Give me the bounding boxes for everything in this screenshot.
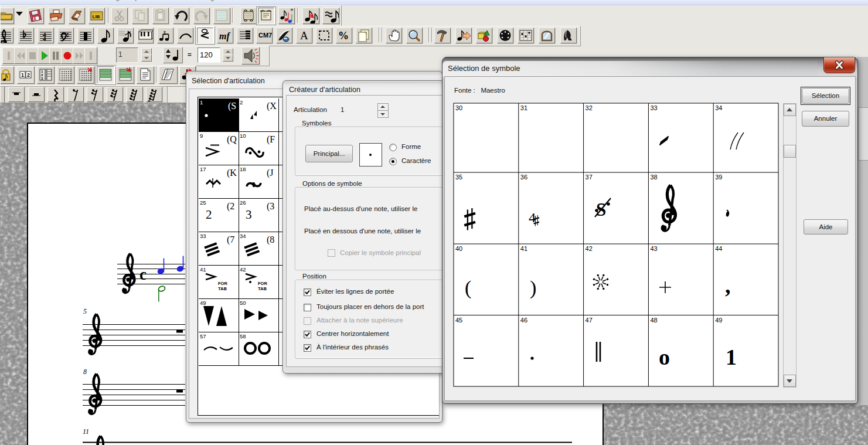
svg-text:TAB: TAB xyxy=(258,286,267,291)
svg-text:44: 44 xyxy=(715,245,722,252)
svg-text:TAB: TAB xyxy=(218,286,227,291)
svg-text:(Q: (Q xyxy=(227,134,237,145)
svg-text:40: 40 xyxy=(455,245,462,252)
svg-text:41: 41 xyxy=(520,245,527,252)
svg-text:18: 18 xyxy=(240,166,246,172)
svg-text:38: 38 xyxy=(650,174,657,181)
svg-text:39: 39 xyxy=(715,174,722,181)
svg-text:46: 46 xyxy=(520,317,527,324)
svg-text:(7: (7 xyxy=(227,235,234,245)
svg-text:(3: (3 xyxy=(267,201,274,212)
svg-text:31: 31 xyxy=(520,104,527,111)
svg-text:35: 35 xyxy=(455,174,462,181)
svg-text:11: 11 xyxy=(83,427,89,436)
svg-text:33: 33 xyxy=(650,104,657,111)
svg-text:57: 57 xyxy=(200,333,206,339)
svg-text:c: c xyxy=(139,266,147,283)
svg-text:34: 34 xyxy=(715,104,722,111)
svg-text:30: 30 xyxy=(455,104,462,111)
svg-text:41: 41 xyxy=(200,266,206,273)
svg-text:o: o xyxy=(659,345,670,369)
svg-text:43: 43 xyxy=(650,245,657,252)
svg-text:37: 37 xyxy=(586,174,593,181)
svg-text:FOR: FOR xyxy=(258,281,267,286)
svg-text:25: 25 xyxy=(200,199,206,206)
svg-text:(X: (X xyxy=(267,101,277,111)
svg-text:1: 1 xyxy=(726,345,737,369)
svg-text:2: 2 xyxy=(206,208,212,222)
svg-text:42: 42 xyxy=(240,266,246,273)
svg-text:36: 36 xyxy=(520,174,527,181)
svg-text:45: 45 xyxy=(455,317,462,324)
svg-text:9: 9 xyxy=(200,133,203,139)
svg-text:34: 34 xyxy=(240,233,246,239)
svg-text:,: , xyxy=(725,273,731,298)
svg-text:(2: (2 xyxy=(227,201,234,212)
svg-text:1: 1 xyxy=(200,99,203,106)
svg-text:(F: (F xyxy=(267,134,275,145)
svg-text:8: 8 xyxy=(83,368,87,376)
svg-text:50: 50 xyxy=(240,300,246,306)
svg-text:(K: (K xyxy=(227,168,237,178)
svg-text:49: 49 xyxy=(715,317,722,324)
svg-text:FOR: FOR xyxy=(218,281,227,286)
svg-text:58: 58 xyxy=(240,333,246,339)
svg-text:10: 10 xyxy=(240,133,246,139)
svg-text:5: 5 xyxy=(83,307,87,315)
svg-text:(: ( xyxy=(465,277,471,299)
svg-text:32: 32 xyxy=(586,104,593,111)
svg-text:2: 2 xyxy=(240,99,243,106)
svg-text:(8: (8 xyxy=(267,235,274,245)
svg-text:48: 48 xyxy=(650,317,657,324)
svg-text:3: 3 xyxy=(246,208,252,222)
svg-text:42: 42 xyxy=(586,245,593,252)
svg-text:47: 47 xyxy=(586,317,593,324)
svg-text:): ) xyxy=(530,277,536,299)
svg-text:26: 26 xyxy=(240,199,246,206)
svg-text:(S: (S xyxy=(228,101,236,111)
svg-text:33: 33 xyxy=(200,233,206,239)
svg-text:49: 49 xyxy=(200,300,206,306)
svg-text:17: 17 xyxy=(200,166,206,172)
svg-text:(J: (J xyxy=(267,168,274,178)
